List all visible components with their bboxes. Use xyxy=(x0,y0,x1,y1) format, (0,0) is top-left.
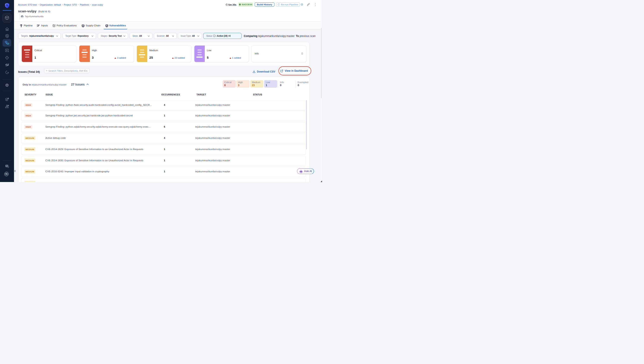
svg-text:?: ? xyxy=(6,165,7,167)
